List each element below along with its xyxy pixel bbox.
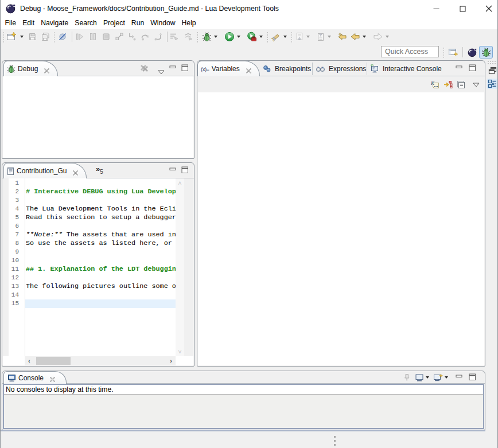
debug-button[interactable]	[200, 30, 213, 43]
console-maximize-button[interactable]	[469, 373, 477, 380]
menu-help[interactable]: Help	[178, 18, 199, 29]
hscroll-thumb[interactable]	[36, 357, 71, 365]
outline-view-icon	[488, 79, 497, 88]
tab-breakpoints[interactable]: Breakpoints	[263, 61, 311, 76]
open-console-dropdown[interactable]	[443, 371, 449, 384]
next-annotation-button[interactable]	[293, 30, 306, 43]
restore-views-button[interactable]	[487, 65, 497, 76]
show-logical-structure-button[interactable]	[442, 78, 454, 91]
skip-all-breakpoints-button[interactable]	[56, 30, 69, 43]
use-step-filters-button[interactable]	[168, 30, 181, 43]
toolbar-drag-handle[interactable]	[52, 31, 56, 42]
menu-search[interactable]: Search	[72, 18, 100, 29]
title-bar: Debug - Moose_Framework/docs/Contributio…	[1, 0, 497, 17]
display-console-dropdown[interactable]	[424, 371, 430, 384]
debug-perspective-button[interactable]	[479, 46, 493, 59]
scroll-down-icon[interactable]: ˅	[176, 348, 184, 355]
outline-view-button[interactable]	[487, 79, 497, 89]
back-dropdown[interactable]	[361, 30, 367, 43]
tab-debug-close-icon[interactable]	[44, 66, 50, 72]
tab-expressions[interactable]: x y Expressions	[316, 61, 366, 76]
run-dropdown[interactable]	[235, 30, 242, 43]
variables-view-content[interactable]	[198, 92, 484, 365]
lua-perspective-button[interactable]	[465, 46, 479, 59]
open-console-button[interactable]	[431, 371, 444, 384]
menu-navigate[interactable]: Navigate	[38, 18, 72, 29]
previous-annotation-button[interactable]	[314, 30, 327, 43]
close-window-button[interactable]	[476, 0, 498, 17]
new-wizard-dropdown[interactable]	[18, 30, 25, 43]
editor-vertical-scrollbar[interactable]: ˄ ˅	[176, 178, 184, 356]
right-view-maximize-button[interactable]	[469, 64, 477, 71]
tab-interactive-console[interactable]: Interactive Console	[370, 61, 442, 76]
run-button[interactable]	[223, 30, 236, 43]
show-type-names-button[interactable]: K	[429, 78, 442, 91]
last-edit-location-button[interactable]	[336, 30, 349, 43]
debug-maximize-button[interactable]	[181, 64, 189, 71]
tab-debug[interactable]: Debug	[3, 61, 58, 76]
status-bar-grip[interactable]	[334, 435, 336, 447]
debug-view-menu[interactable]	[158, 67, 165, 77]
trim-drag-handle[interactable]	[487, 61, 496, 64]
debug-view-content[interactable]	[3, 76, 193, 158]
external-tools-dropdown[interactable]	[258, 30, 264, 43]
scroll-up-icon[interactable]: ˄	[176, 180, 184, 186]
step-over-button[interactable]	[139, 30, 151, 43]
editor-minimize-button[interactable]	[169, 166, 177, 173]
toolbar-drag-handle[interactable]	[266, 31, 270, 42]
back-button[interactable]	[349, 30, 361, 43]
variables-view-menu[interactable]	[473, 79, 480, 89]
tab-contribution-guide[interactable]: Contribution_Gu	[3, 163, 87, 178]
forward-button[interactable]	[372, 30, 384, 43]
console-minimize-button[interactable]	[456, 373, 464, 380]
step-into-button[interactable]	[126, 30, 138, 43]
debug-minimize-button[interactable]	[169, 64, 177, 71]
editor-text-area[interactable]: 1 2# Interactive DEBUG using Lua Develop…	[3, 178, 193, 365]
next-annotation-dropdown[interactable]	[305, 30, 311, 43]
tab-console[interactable]: Console	[3, 371, 67, 384]
editor-maximize-button[interactable]	[181, 166, 189, 173]
remove-all-terminated-button[interactable]	[138, 62, 150, 75]
debug-dropdown[interactable]	[212, 30, 219, 43]
save-all-icon	[41, 32, 51, 41]
forward-dropdown[interactable]	[384, 30, 390, 43]
resume-button[interactable]	[73, 30, 86, 43]
menu-project[interactable]: Project	[100, 18, 128, 29]
tab-variables-close-icon[interactable]	[246, 66, 252, 72]
tab-variables[interactable]: (x)= Variables	[197, 61, 260, 76]
collapse-stack-button[interactable]	[182, 30, 195, 43]
minimize-window-button[interactable]	[423, 0, 449, 17]
menu-run[interactable]: Run	[128, 18, 147, 29]
app-icon	[6, 3, 16, 14]
menu-window[interactable]: Window	[147, 18, 178, 29]
open-perspective-button[interactable]	[446, 46, 460, 59]
editor-horizontal-scrollbar[interactable]: ‹ ›	[25, 356, 176, 365]
search-dropdown[interactable]	[282, 30, 288, 43]
console-content[interactable]: No consoles to display at this time.	[3, 384, 484, 429]
toolbar-drag-handle[interactable]	[196, 31, 200, 42]
quick-access-input[interactable]: Quick Access	[381, 46, 439, 57]
more-editors-chevron[interactable]: »5	[96, 165, 103, 175]
new-wizard-button[interactable]	[5, 30, 18, 43]
terminate-button[interactable]	[100, 30, 112, 43]
tab-console-close-icon[interactable]	[49, 375, 56, 381]
right-view-minimize-button[interactable]	[456, 64, 464, 71]
save-button[interactable]	[26, 30, 39, 43]
maximize-window-button[interactable]	[449, 0, 476, 17]
tab-contribution-guide-close-icon[interactable]	[72, 168, 79, 174]
step-return-button[interactable]	[152, 30, 165, 43]
scroll-right-icon[interactable]: ›	[170, 356, 172, 365]
collapse-all-button[interactable]	[454, 78, 467, 91]
menu-edit[interactable]: Edit	[20, 18, 38, 29]
external-tools-button[interactable]	[246, 30, 258, 43]
scroll-left-icon[interactable]: ‹	[28, 356, 30, 365]
pin-console-button[interactable]	[400, 371, 413, 384]
perspective-bar-drag-handle[interactable]	[442, 46, 446, 58]
search-button[interactable]	[270, 30, 282, 43]
status-bar	[1, 431, 497, 448]
previous-annotation-dropdown[interactable]	[326, 30, 332, 43]
disconnect-button[interactable]	[113, 30, 126, 43]
suspend-button[interactable]	[87, 30, 99, 43]
save-all-button[interactable]	[40, 30, 52, 43]
menu-file[interactable]: File	[2, 18, 20, 29]
